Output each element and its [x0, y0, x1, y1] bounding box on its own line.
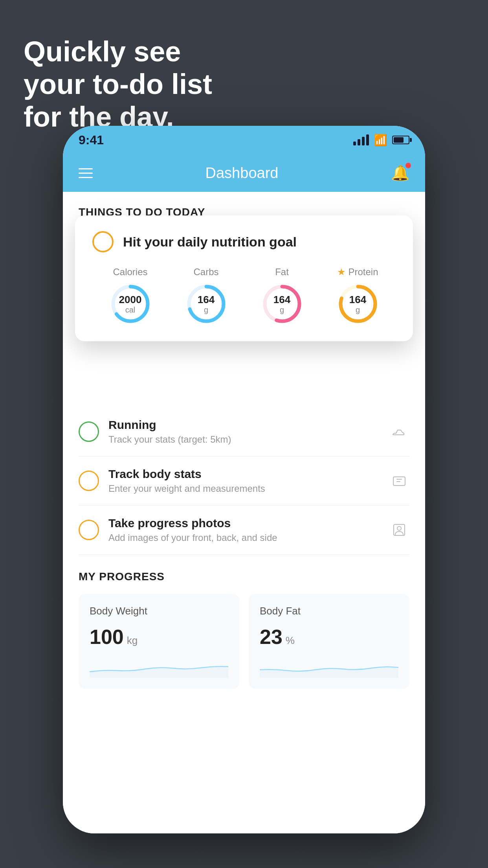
svg-point-10 [397, 526, 401, 530]
todo-circle-running [79, 421, 99, 442]
carbs-value: 164 [198, 294, 215, 305]
todo-item-photos[interactable]: Take progress photos Add images of your … [79, 506, 409, 555]
stat-protein: ★ Protein 164 g [336, 267, 380, 326]
battery-icon [392, 136, 409, 144]
stat-fat: Fat 164 g [261, 267, 304, 326]
body-fat-chart [260, 658, 398, 678]
body-fat-title: Body Fat [260, 605, 398, 617]
headline-line2: your to-do list [24, 68, 212, 100]
shoe-icon [389, 421, 409, 442]
todo-text-running: Running Track your stats (target: 5km) [108, 418, 380, 445]
headline-line1: Quickly see [24, 36, 181, 67]
todo-desc-photos: Add images of your front, back, and side [108, 532, 380, 543]
body-fat-value: 23 [260, 625, 283, 649]
todo-circle-photos [79, 520, 99, 540]
fat-value: 164 [273, 294, 290, 305]
status-icons: 📶 [353, 134, 409, 147]
protein-unit: g [349, 305, 366, 314]
status-time: 9:41 [79, 133, 104, 147]
star-icon: ★ [337, 267, 346, 278]
body-weight-card[interactable]: Body Weight 100 kg [79, 594, 239, 689]
body-fat-card[interactable]: Body Fat 23 % [249, 594, 409, 689]
todo-name-photos: Take progress photos [108, 517, 380, 530]
body-weight-value: 100 [90, 625, 124, 649]
app-header: Dashboard 🔔 [63, 154, 425, 192]
progress-cards: Body Weight 100 kg Body Fat [79, 594, 409, 689]
body-weight-title: Body Weight [90, 605, 228, 617]
body-fat-unit: % [286, 634, 295, 647]
carbs-progress-circle: 164 g [185, 282, 228, 326]
todo-circle-track-body [79, 471, 99, 491]
todo-desc-running: Track your stats (target: 5km) [108, 434, 380, 445]
wifi-icon: 📶 [374, 134, 387, 147]
carbs-unit: g [198, 305, 215, 314]
nutrition-stats: Calories 2000 cal Carbs [92, 267, 396, 326]
phone-mockup: 9:41 📶 Dashboard 🔔 THINGS TO DO TOD [63, 126, 425, 833]
status-bar: 9:41 📶 [63, 126, 425, 154]
scale-icon [389, 471, 409, 491]
todo-list: Running Track your stats (target: 5km) T… [63, 407, 425, 555]
stat-carbs: Carbs 164 g [185, 267, 228, 326]
stat-calories-label: Calories [113, 267, 147, 278]
calories-value: 2000 [119, 294, 142, 305]
header-title: Dashboard [205, 165, 279, 182]
todo-text-track-body: Track body stats Enter your weight and m… [108, 467, 380, 494]
hamburger-menu[interactable] [79, 168, 93, 178]
headline: Quickly see your to-do list for the day. [24, 35, 212, 133]
fat-progress-circle: 164 g [261, 282, 304, 326]
todo-name-running: Running [108, 418, 380, 432]
protein-progress-circle: 164 g [336, 282, 380, 326]
progress-section: MY PROGRESS Body Weight 100 kg [63, 570, 425, 689]
stat-protein-label: ★ Protein [337, 267, 378, 278]
todo-item-running[interactable]: Running Track your stats (target: 5km) [79, 407, 409, 456]
stat-calories: Calories 2000 cal [109, 267, 152, 326]
stat-carbs-label: Carbs [193, 267, 218, 278]
stat-fat-label: Fat [275, 267, 289, 278]
portrait-icon [389, 520, 409, 540]
todo-desc-track-body: Enter your weight and measurements [108, 483, 380, 494]
progress-header: MY PROGRESS [79, 570, 409, 583]
nutrition-card: Hit your daily nutrition goal Calories 2… [75, 215, 413, 341]
protein-value: 164 [349, 294, 366, 305]
nutrition-check-circle[interactable] [92, 231, 114, 252]
nutrition-card-title: Hit your daily nutrition goal [123, 234, 297, 250]
body-weight-chart [90, 658, 228, 678]
body-weight-unit: kg [127, 634, 138, 647]
signal-icon [353, 134, 369, 145]
notification-dot [405, 163, 411, 168]
notification-bell[interactable]: 🔔 [391, 164, 409, 182]
content-area: THINGS TO DO TODAY Hit your daily nutrit… [63, 192, 425, 833]
calories-unit: cal [119, 305, 142, 314]
fat-unit: g [273, 305, 290, 314]
todo-item-track-body[interactable]: Track body stats Enter your weight and m… [79, 456, 409, 506]
todo-name-track-body: Track body stats [108, 467, 380, 481]
calories-progress-circle: 2000 cal [109, 282, 152, 326]
todo-text-photos: Take progress photos Add images of your … [108, 517, 380, 543]
